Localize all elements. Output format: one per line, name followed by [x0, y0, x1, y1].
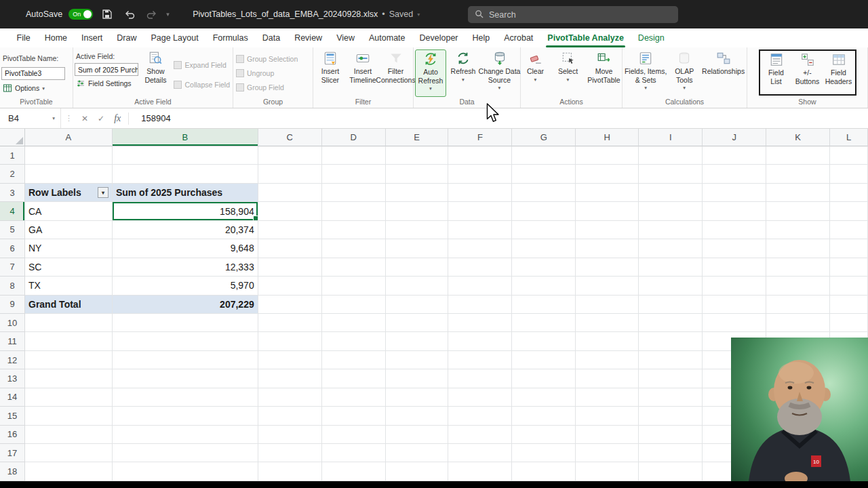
cell-B15[interactable] [113, 407, 258, 425]
cell-B1[interactable] [113, 146, 258, 165]
cell-G12[interactable] [512, 351, 576, 369]
row-labels-filter-dropdown[interactable]: ▾ [98, 187, 108, 198]
cell-C7[interactable] [258, 258, 322, 277]
cell-I1[interactable] [639, 146, 703, 165]
cell-H8[interactable] [576, 277, 639, 295]
cell-I11[interactable] [639, 332, 703, 350]
cell-D2[interactable] [322, 165, 386, 183]
column-header-H[interactable]: H [576, 129, 639, 146]
row-header-16[interactable]: 16 [0, 426, 25, 444]
cell-D8[interactable] [322, 277, 386, 295]
tab-data[interactable]: Data [255, 28, 287, 47]
cell-B14[interactable] [113, 388, 258, 407]
row-header-7[interactable]: 7 [0, 258, 25, 277]
cell-J2[interactable] [703, 165, 766, 183]
ungroup-button[interactable]: Ungroup [235, 67, 311, 80]
row-header-8[interactable]: 8 [0, 277, 25, 295]
cell-K8[interactable] [766, 277, 830, 295]
cell-C14[interactable] [258, 388, 322, 407]
cell-F3[interactable] [448, 184, 512, 202]
cell-L5[interactable] [830, 221, 868, 239]
cell-K3[interactable] [766, 184, 830, 202]
cell-E1[interactable] [386, 146, 449, 165]
insert-slicer-button[interactable]: Insert Slicer [315, 49, 346, 97]
cell-E18[interactable] [386, 462, 449, 481]
cell-C17[interactable] [258, 444, 322, 462]
cell-D6[interactable] [322, 239, 386, 258]
olap-tools-button[interactable]: OLAP Tools ▾ [669, 49, 700, 97]
cell-C1[interactable] [258, 146, 322, 165]
cell-I7[interactable] [639, 258, 703, 277]
cell-I15[interactable] [639, 407, 703, 425]
cell-I8[interactable] [639, 277, 703, 295]
cell-H4[interactable] [576, 202, 639, 220]
cell-J4[interactable] [703, 202, 766, 220]
cell-D16[interactable] [322, 426, 386, 444]
cell-A10[interactable] [25, 314, 113, 332]
cell-B8[interactable]: 5,970 [113, 277, 258, 295]
cell-D5[interactable] [322, 221, 386, 239]
cell-E15[interactable] [386, 407, 449, 425]
cell-B17[interactable] [113, 444, 258, 462]
cell-G11[interactable] [512, 332, 576, 350]
select-all-corner[interactable] [0, 129, 25, 146]
cell-C11[interactable] [258, 332, 322, 350]
cell-I9[interactable] [639, 296, 703, 314]
row-header-1[interactable]: 1 [0, 146, 25, 165]
cell-G5[interactable] [512, 221, 576, 239]
group-field-button[interactable]: Group Field [235, 81, 311, 94]
column-header-I[interactable]: I [639, 129, 703, 146]
cell-C4[interactable] [258, 202, 322, 220]
cell-G14[interactable] [512, 388, 576, 407]
row-header-12[interactable]: 12 [0, 351, 25, 369]
cell-J6[interactable] [703, 239, 766, 258]
cell-C6[interactable] [258, 239, 322, 258]
formula-bar-handle[interactable]: ⋮ [61, 114, 77, 123]
tab-acrobat[interactable]: Acrobat [497, 28, 540, 47]
cell-A18[interactable] [25, 462, 113, 481]
collapse-field-button[interactable]: Collapse Field [172, 78, 231, 91]
field-settings-button[interactable]: Field Settings [75, 77, 138, 89]
row-header-18[interactable]: 18 [0, 462, 25, 481]
workbook-title[interactable]: PivotTables_Lots_of_data_EMBA_20240928.x… [193, 9, 420, 19]
cell-C18[interactable] [258, 462, 322, 481]
cell-A3[interactable]: Row Labels▾ [25, 184, 113, 202]
cell-E16[interactable] [386, 426, 449, 444]
tab-design[interactable]: Design [631, 28, 671, 47]
cell-F8[interactable] [448, 277, 512, 295]
cell-E10[interactable] [386, 314, 449, 332]
cell-E17[interactable] [386, 444, 449, 462]
cell-G15[interactable] [512, 407, 576, 425]
row-header-9[interactable]: 9 [0, 296, 25, 314]
cell-F10[interactable] [448, 314, 512, 332]
tab-file[interactable]: File [9, 28, 37, 47]
cell-D15[interactable] [322, 407, 386, 425]
cell-H17[interactable] [576, 444, 639, 462]
cell-I3[interactable] [639, 184, 703, 202]
cell-K2[interactable] [766, 165, 830, 183]
cell-H15[interactable] [576, 407, 639, 425]
refresh-button[interactable]: Refresh ▾ [448, 49, 479, 97]
enter-icon[interactable]: ✓ [93, 114, 109, 123]
cell-C2[interactable] [258, 165, 322, 183]
cell-D9[interactable] [322, 296, 386, 314]
cell-E11[interactable] [386, 332, 449, 350]
cell-A16[interactable] [25, 426, 113, 444]
autosave-toggle[interactable]: On [68, 9, 93, 20]
cell-J1[interactable] [703, 146, 766, 165]
cell-E13[interactable] [386, 369, 449, 388]
cell-B7[interactable]: 12,333 [113, 258, 258, 277]
cell-D12[interactable] [322, 351, 386, 369]
cell-D14[interactable] [322, 388, 386, 407]
cell-A2[interactable] [25, 165, 113, 183]
cell-E12[interactable] [386, 351, 449, 369]
cell-L7[interactable] [830, 258, 868, 277]
cell-G1[interactable] [512, 146, 576, 165]
tab-automate[interactable]: Automate [362, 28, 413, 47]
cell-F11[interactable] [448, 332, 512, 350]
cell-B5[interactable]: 20,374 [113, 221, 258, 239]
cell-K6[interactable] [766, 239, 830, 258]
cell-H9[interactable] [576, 296, 639, 314]
quick-access-chevron-icon[interactable]: ▾ [166, 11, 176, 18]
name-box[interactable]: B4 ▾ [0, 108, 61, 128]
